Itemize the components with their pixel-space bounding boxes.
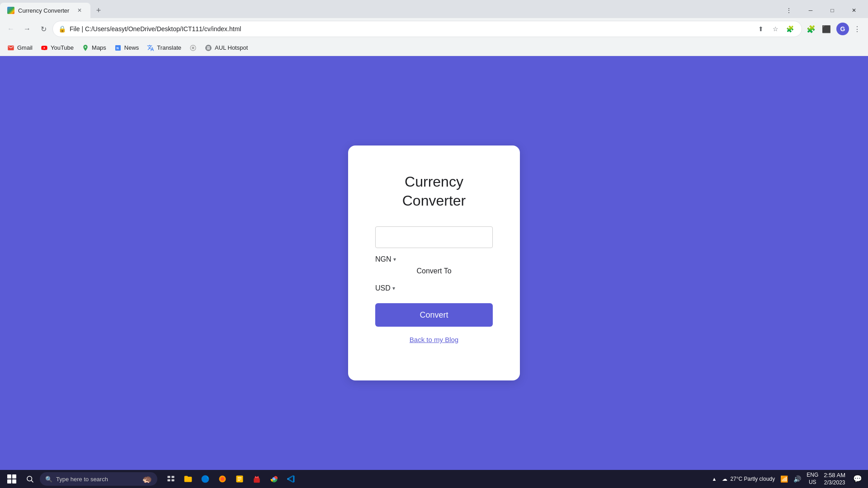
reload-button[interactable]: ↻: [36, 22, 51, 36]
weather-widget[interactable]: ☁ 27°C Partly cloudy: [722, 476, 775, 482]
convert-button[interactable]: Convert: [375, 303, 493, 327]
tab-bar: Currency Converter ✕ + ⋮ ─ □ ✕: [0, 0, 868, 18]
taskbar-chrome[interactable]: [266, 471, 282, 487]
popcorn-icon: [252, 474, 261, 483]
weather-icon: ☁: [722, 476, 727, 482]
aul-icon: [205, 44, 212, 52]
tab-strip-menu[interactable]: ⋮: [778, 3, 799, 18]
svg-rect-11: [172, 479, 175, 482]
start-button[interactable]: [4, 471, 20, 487]
close-button[interactable]: ✕: [844, 3, 864, 18]
bookmark-translate-label: Translate: [157, 44, 181, 51]
profile-button[interactable]: G: [836, 23, 849, 35]
active-tab[interactable]: Currency Converter ✕: [0, 3, 90, 18]
extensions-menu-button[interactable]: 🧩: [804, 22, 818, 36]
bookmark-news[interactable]: N News: [111, 42, 143, 54]
minimize-button[interactable]: ─: [800, 3, 821, 18]
news-icon: N: [114, 44, 122, 52]
bookmark-maps-label: Maps: [92, 44, 106, 51]
tray-arrow[interactable]: ▲: [712, 476, 717, 482]
svg-rect-10: [168, 479, 170, 482]
from-currency-select[interactable]: NGN ▾: [375, 255, 493, 263]
svg-point-22: [273, 478, 274, 479]
address-bar-actions: ⬆ ☆ 🧩: [755, 23, 796, 35]
bookmark-gmail-label: Gmail: [17, 44, 33, 51]
taskbar-task-view[interactable]: [163, 471, 179, 487]
search-box[interactable]: 🔍 Type here to search 🦔: [40, 472, 157, 486]
svg-rect-8: [168, 476, 170, 478]
amount-input[interactable]: [375, 226, 493, 248]
bookmark-button[interactable]: ☆: [769, 23, 782, 35]
maximize-button[interactable]: □: [822, 3, 843, 18]
to-currency-row: USD ▾: [375, 284, 493, 292]
svg-rect-18: [254, 478, 259, 483]
svg-rect-9: [172, 476, 175, 478]
convert-to-label: Convert To: [375, 267, 493, 275]
svg-point-6: [27, 476, 32, 481]
file-explorer-icon: [184, 474, 193, 483]
to-currency-select[interactable]: USD ▾: [375, 284, 493, 292]
windows-logo: [7, 474, 16, 483]
language-code: ENG: [807, 472, 818, 479]
back-button[interactable]: ←: [4, 22, 18, 36]
extensions-button[interactable]: 🧩: [783, 23, 796, 35]
system-tray-icons: ▲: [712, 476, 717, 482]
from-currency-value: NGN: [375, 255, 392, 263]
svg-point-13: [221, 477, 224, 481]
taskbar: 🔍 Type here to search 🦔: [0, 470, 868, 488]
edge-icon: [201, 474, 210, 483]
language-selector[interactable]: ENG US: [807, 472, 818, 486]
taskbar-search-icon: [26, 475, 34, 483]
taskbar-popcorn[interactable]: [249, 471, 265, 487]
tab-close-button[interactable]: ✕: [76, 7, 83, 14]
sidebar-button[interactable]: ⬛: [819, 22, 834, 36]
taskbar-file-explorer[interactable]: [180, 471, 196, 487]
to-currency-value: USD: [375, 284, 391, 292]
network-icon[interactable]: 📶: [780, 475, 788, 483]
converter-card: Currency Converter NGN ▾ Convert To USD …: [348, 145, 520, 380]
search-box-placeholder: Type here to search: [56, 476, 108, 483]
svg-line-7: [31, 480, 33, 482]
bookmark-translate[interactable]: Translate: [143, 42, 185, 54]
toolbar-right: 🧩 ⬛ G ⋮: [804, 22, 864, 36]
security-icon: 🔒: [58, 25, 66, 33]
maps-icon: [82, 44, 89, 52]
forward-button[interactable]: →: [20, 22, 34, 36]
volume-icon[interactable]: 🔊: [793, 475, 801, 483]
search-trigger[interactable]: [22, 471, 38, 487]
svg-point-3: [192, 47, 194, 49]
bookmark-arc[interactable]: [186, 42, 200, 54]
gmail-icon: [7, 44, 14, 52]
notification-button[interactable]: 💬: [851, 472, 864, 486]
chrome-icon: [269, 474, 278, 483]
clock-time: 2:58 AM: [824, 472, 845, 479]
bookmark-aul[interactable]: AUL Hotspot: [201, 42, 251, 54]
notes-icon: [235, 474, 244, 483]
translate-icon: [147, 44, 154, 52]
converter-title: Currency Converter: [375, 173, 493, 210]
bookmark-news-label: News: [124, 44, 139, 51]
system-clock[interactable]: 2:58 AM 2/3/2023: [824, 472, 845, 486]
taskbar-firefox[interactable]: [214, 471, 231, 487]
youtube-icon: [41, 44, 48, 52]
bookmark-maps[interactable]: Maps: [78, 42, 110, 54]
taskbar-notes[interactable]: [231, 471, 248, 487]
region-code: US: [807, 479, 818, 486]
tab-favicon: [7, 7, 14, 14]
tab-title: Currency Converter: [18, 7, 72, 14]
bookmark-youtube[interactable]: YouTube: [37, 42, 77, 54]
address-bar[interactable]: 🔒 File | C:/Users/easyt/OneDrive/Desktop…: [52, 21, 802, 37]
taskbar-vscode[interactable]: [283, 471, 299, 487]
bookmark-youtube-label: YouTube: [51, 44, 74, 51]
page-content: Currency Converter NGN ▾ Convert To USD …: [0, 56, 868, 470]
back-to-blog-link[interactable]: Back to my Blog: [410, 336, 458, 343]
share-button[interactable]: ⬆: [755, 23, 767, 35]
taskbar-edge[interactable]: [197, 471, 213, 487]
taskbar-mascot: 🦔: [142, 474, 152, 484]
menu-button[interactable]: ⋮: [850, 22, 864, 36]
bookmark-gmail[interactable]: Gmail: [4, 42, 36, 54]
wifi-icon: 📶: [780, 475, 788, 483]
new-tab-button[interactable]: +: [92, 4, 105, 17]
weather-temp-label: 27°C Partly cloudy: [730, 476, 775, 482]
taskbar-right: ▲ ☁ 27°C Partly cloudy 📶 🔊 ENG US 2:58 A…: [712, 472, 864, 486]
